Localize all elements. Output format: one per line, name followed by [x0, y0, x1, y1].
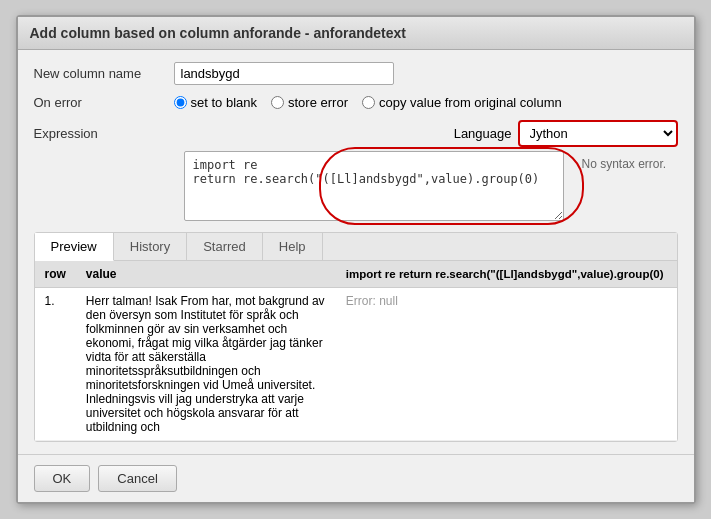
expression-section: Expression Language Jython GREL Clojure … [34, 120, 678, 224]
table-row: 1. Herr talman! Isak From har, mot bakgr… [35, 288, 677, 441]
expression-label: Expression [34, 126, 174, 141]
preview-table-body: 1. Herr talman! Isak From har, mot bakgr… [35, 288, 677, 441]
new-column-row: New column name [34, 62, 678, 85]
on-error-options: set to blank store error copy value from… [174, 95, 562, 110]
expression-header-row: Expression Language Jython GREL Clojure [34, 120, 678, 147]
cell-result: Error: null [336, 288, 677, 441]
syntax-status: No syntax error. [574, 151, 678, 224]
col-header-expression: import re return re.search("([Ll]andsbyg… [336, 261, 677, 288]
tabs-content: row value import re return re.search("([… [35, 261, 677, 441]
expression-area-wrapper: import re return re.search("([Ll]andsbyg… [34, 151, 678, 224]
cell-value: Herr talman! Isak From har, mot bakgrund… [76, 288, 336, 441]
result-error: Error: null [346, 294, 398, 308]
language-label: Language [454, 126, 512, 141]
error-option-store[interactable]: store error [271, 95, 348, 110]
expression-header-text: import re return re.search("([Ll]andsbyg… [346, 268, 664, 280]
dialog: Add column based on column anforande - a… [16, 15, 696, 504]
table-header-row: row value import re return re.search("([… [35, 261, 677, 288]
col-header-row: row [35, 261, 76, 288]
tabs-header: Preview History Starred Help [35, 233, 677, 261]
dialog-footer: OK Cancel [18, 454, 694, 502]
error-radio-blank[interactable] [174, 96, 187, 109]
on-error-label: On error [34, 95, 174, 110]
error-option-copy[interactable]: copy value from original column [362, 95, 562, 110]
cell-row-number: 1. [35, 288, 76, 441]
tab-history[interactable]: History [114, 233, 187, 260]
error-label-copy: copy value from original column [379, 95, 562, 110]
preview-table: row value import re return re.search("([… [35, 261, 677, 441]
preview-scroll[interactable]: row value import re return re.search("([… [35, 261, 677, 441]
expression-textarea[interactable]: import re return re.search("([Ll]andsbyg… [184, 151, 564, 221]
new-column-input[interactable] [174, 62, 394, 85]
dialog-body: New column name On error set to blank st… [18, 50, 694, 454]
dialog-title: Add column based on column anforande - a… [18, 17, 694, 50]
tab-help[interactable]: Help [263, 233, 323, 260]
cancel-button[interactable]: Cancel [98, 465, 176, 492]
error-option-blank[interactable]: set to blank [174, 95, 258, 110]
new-column-label: New column name [34, 66, 174, 81]
col-header-value: value [76, 261, 336, 288]
language-group: Language Jython GREL Clojure [454, 120, 678, 147]
on-error-row: On error set to blank store error copy v… [34, 95, 678, 110]
error-label-store: store error [288, 95, 348, 110]
language-select[interactable]: Jython GREL Clojure [518, 120, 678, 147]
error-radio-store[interactable] [271, 96, 284, 109]
ok-button[interactable]: OK [34, 465, 91, 492]
error-label-blank: set to blank [191, 95, 258, 110]
tabs-container: Preview History Starred Help row value i… [34, 232, 678, 442]
tab-starred[interactable]: Starred [187, 233, 263, 260]
tab-preview[interactable]: Preview [35, 233, 114, 261]
error-radio-copy[interactable] [362, 96, 375, 109]
